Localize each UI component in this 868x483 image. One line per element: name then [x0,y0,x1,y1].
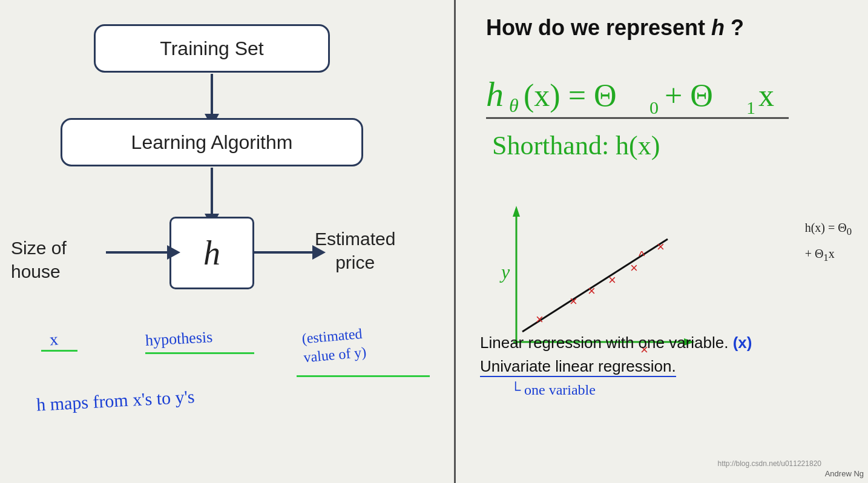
svg-text:(x) = Θ: (x) = Θ [524,78,617,113]
svg-text:Shorthand:  h(x): Shorthand: h(x) [492,131,660,160]
annot-hypothesis: hypothesis [145,328,213,350]
underline-hyp [145,352,254,354]
svg-text:+ Θ: + Θ [665,78,713,113]
title-h: h [711,15,725,40]
slide-container: Training Set Learning Algorithm h Size o… [0,0,868,483]
bottom-line1: Linear regression with one variable. (x) [480,334,858,352]
linear-regression-text: Linear regression with one variable. [480,334,728,352]
training-set-label: Training Set [160,38,263,60]
svg-text:θ: θ [509,94,519,116]
svg-text:×: × [630,260,638,275]
arrow-la-to-h [211,168,213,216]
bottom-line2: Univariate linear regression. [480,357,858,377]
underline-x [41,350,77,352]
annot-x: x [49,329,59,349]
arrow-h-to-est [254,251,315,254]
estimated-line2: price [315,251,395,274]
univariate-text: Univariate linear regression. [480,357,676,377]
svg-text:×: × [608,272,616,288]
formula-svg: h θ (x) = Θ 0 + Θ 1 x Shorthand: h(x) [480,61,831,200]
h-box: h [169,217,254,289]
svg-text:1: 1 [746,97,755,117]
arrow-ts-to-la [211,74,213,116]
svg-text:×: × [657,239,665,254]
bottom-text: Linear regression with one variable. (x)… [480,334,858,398]
learning-algo-label: Learning Algorithm [131,131,293,154]
h-label: h [203,234,220,272]
annot-estimated-val: (estimated value of y) [301,324,367,367]
annot-one-variable: └ one variable [510,382,858,398]
andrew-ng-label: Andrew Ng [825,469,864,478]
right-title: How do we represent h ? [486,15,858,41]
size-label: Size of house [11,236,67,283]
left-panel: Training Set Learning Algorithm h Size o… [0,0,454,483]
svg-text:0: 0 [649,97,659,117]
graph-annot-line2: + Θ1x [805,244,852,266]
learning-algo-box: Learning Algorithm [61,118,363,166]
graph-annot-line1: h(x) = Θ0 [805,218,852,240]
svg-text:×: × [588,283,596,298]
blog-url: http://blog.csdn.net/u011221820 [718,459,821,468]
title-part1: How do we represent [486,15,711,40]
graph-annot: h(x) = Θ0 + Θ1x [805,218,852,266]
svg-text:×: × [536,312,544,327]
size-label-line1: Size of [11,236,67,260]
training-set-box: Training Set [94,24,330,73]
svg-text:×: × [570,294,577,309]
svg-text:x: x [758,78,774,113]
svg-text:y: y [499,261,510,283]
arrow-size-to-h [106,251,169,254]
title-part2: ? [725,15,744,40]
estimated-label: Estimated price [315,227,395,274]
annot-hmaps: h maps from x's to y's [36,386,195,415]
svg-marker-10 [513,206,520,217]
estimated-line1: Estimated [315,227,395,251]
svg-text:^: ^ [639,248,645,263]
right-panel: How do we represent h ? h θ (x) = Θ 0 + … [456,0,868,483]
underline-est [297,375,430,377]
blue-x: (x) [733,334,752,352]
formula-area: h θ (x) = Θ 0 + Θ 1 x Shorthand: h(x) [480,61,858,202]
size-label-line2: house [11,260,67,283]
svg-text:h: h [486,74,504,114]
